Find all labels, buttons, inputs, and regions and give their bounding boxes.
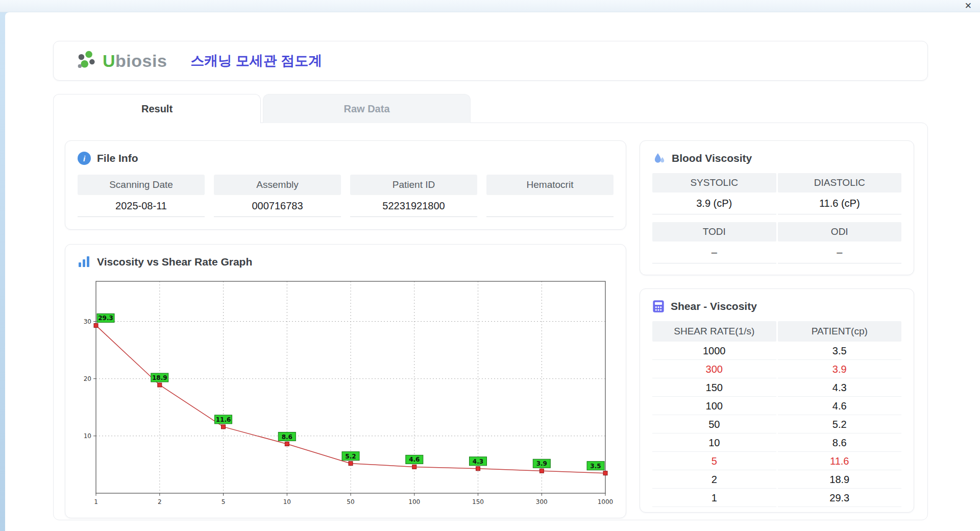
shear-rate-cell: 2 — [652, 470, 776, 489]
table-row: 1004.6 — [652, 397, 901, 415]
patient-cell: 18.9 — [778, 470, 902, 489]
shear-rate-cell: 1000 — [652, 342, 776, 360]
file-info-fields: Scanning Date 2025-08-11 Assembly 000716… — [78, 175, 614, 217]
svg-text:20: 20 — [84, 375, 91, 382]
svg-text:300: 300 — [536, 498, 548, 505]
shear-viscosity-title: Shear - Viscosity — [671, 300, 757, 312]
svg-text:1: 1 — [94, 498, 98, 505]
graph-title: Viscosity vs Shear Rate Graph — [97, 256, 252, 268]
shear-viscosity-header: Shear - Viscosity — [652, 299, 901, 313]
page-title: 스캐닝 모세관 점도계 — [190, 52, 322, 70]
svg-text:3.9: 3.9 — [536, 460, 547, 467]
shear-table-body: 10003.53003.91504.31004.6505.2108.6511.6… — [652, 342, 901, 507]
ubiosis-logo-icon — [76, 50, 100, 71]
todi-header: TODI — [652, 222, 776, 242]
svg-text:100: 100 — [408, 498, 420, 505]
window-titlebar: ✕ — [0, 0, 980, 12]
table-row: 511.6 — [652, 452, 901, 470]
field-hematocrit: Hematocrit — [486, 175, 614, 217]
diastolic-value: 11.6 (cP) — [778, 192, 902, 214]
table-row: 505.2 — [652, 415, 901, 433]
graph-card: Viscosity vs Shear Rate Graph 1020301251… — [65, 244, 626, 518]
file-info-header: i File Info — [78, 151, 614, 165]
svg-text:10: 10 — [283, 498, 291, 505]
svg-text:4.6: 4.6 — [409, 456, 420, 463]
shear-rate-cell: 10 — [652, 433, 776, 452]
ubiosis-logo: Ubiosis — [76, 50, 167, 71]
tab-raw-data[interactable]: Raw Data — [263, 94, 471, 123]
table-row: 10003.5 — [652, 342, 901, 360]
patient-cell: 3.9 — [778, 360, 902, 378]
shear-rate-cell: 300 — [652, 360, 776, 378]
file-info-card: i File Info Scanning Date 2025-08-11 Ass… — [65, 140, 626, 230]
blood-viscosity-bottom-grid: TODI ODI – – — [652, 222, 901, 263]
svg-text:150: 150 — [472, 498, 484, 505]
shear-rate-column-header: SHEAR RATE(1/s) — [652, 321, 776, 342]
field-value: 000716783 — [214, 195, 341, 217]
calculator-icon — [652, 300, 665, 313]
blood-viscosity-header: Blood Viscosity — [652, 151, 901, 165]
patient-cell: 4.6 — [778, 397, 902, 415]
graph-header: Viscosity vs Shear Rate Graph — [78, 255, 614, 269]
tab-raw-data-label: Raw Data — [344, 103, 389, 115]
svg-text:18.9: 18.9 — [152, 374, 167, 381]
app-header: Ubiosis 스캐닝 모세관 점도계 — [53, 41, 928, 81]
table-header-row: SHEAR RATE(1/s) PATIENT(cp) — [652, 321, 901, 342]
field-value: 52231921800 — [350, 195, 477, 217]
shear-rate-cell: 150 — [652, 378, 776, 397]
left-column: i File Info Scanning Date 2025-08-11 Ass… — [65, 140, 626, 506]
tab-result-label: Result — [141, 103, 173, 115]
patient-cell: 5.2 — [778, 415, 902, 433]
tab-result[interactable]: Result — [53, 94, 261, 123]
svg-text:5: 5 — [222, 498, 226, 505]
table-row: 1504.3 — [652, 378, 901, 397]
odi-value: – — [778, 242, 902, 263]
field-label: Scanning Date — [78, 175, 205, 195]
field-label: Hematocrit — [486, 175, 614, 195]
brand-letter-u: U — [103, 51, 115, 70]
shear-rate-cell: 1 — [652, 489, 776, 507]
diastolic-header: DIASTOLIC — [778, 173, 902, 192]
odi-header: ODI — [778, 222, 902, 242]
field-assembly: Assembly 000716783 — [214, 175, 341, 217]
svg-text:30: 30 — [84, 318, 91, 325]
viscosity-chart: 1020301251050100150300100029.318.911.68.… — [78, 275, 614, 508]
file-info-title: File Info — [97, 152, 138, 164]
blood-viscosity-title: Blood Viscosity — [672, 152, 752, 164]
field-value — [486, 195, 614, 217]
field-label: Assembly — [214, 175, 341, 195]
svg-text:3.5: 3.5 — [590, 463, 601, 470]
field-value: 2025-08-11 — [78, 195, 205, 217]
patient-column-header: PATIENT(cp) — [778, 321, 902, 342]
svg-text:11.6: 11.6 — [216, 416, 231, 423]
page: Ubiosis 스캐닝 모세관 점도계 Result Raw Data i Fi… — [5, 12, 980, 520]
shear-rate-cell: 5 — [652, 452, 776, 470]
right-column: Blood Viscosity SYSTOLIC DIASTOLIC 3.9 (… — [640, 140, 914, 506]
svg-text:1000: 1000 — [598, 498, 614, 505]
blood-viscosity-top-grid: SYSTOLIC DIASTOLIC 3.9 (cP) 11.6 (cP) — [652, 173, 901, 214]
patient-cell: 29.3 — [778, 489, 902, 507]
shear-rate-cell: 50 — [652, 415, 776, 433]
svg-text:8.6: 8.6 — [282, 433, 292, 441]
bar-chart-icon — [78, 255, 91, 269]
todi-value: – — [652, 242, 776, 263]
table-row: 218.9 — [652, 470, 901, 489]
table-row: 3003.9 — [652, 360, 901, 378]
app-window: Ubiosis 스캐닝 모세관 점도계 Result Raw Data i Fi… — [5, 12, 980, 531]
blood-viscosity-card: Blood Viscosity SYSTOLIC DIASTOLIC 3.9 (… — [640, 140, 914, 275]
svg-text:10: 10 — [84, 432, 91, 440]
patient-cell: 3.5 — [778, 342, 902, 360]
field-label: Patient ID — [350, 175, 477, 195]
close-button[interactable]: ✕ — [965, 1, 972, 12]
field-patient-id: Patient ID 52231921800 — [350, 175, 477, 217]
table-row: 108.6 — [652, 433, 901, 452]
systolic-header: SYSTOLIC — [652, 173, 776, 192]
patient-cell: 11.6 — [778, 452, 902, 470]
chart-area: 1020301251050100150300100029.318.911.68.… — [78, 275, 614, 508]
svg-text:50: 50 — [347, 498, 354, 505]
svg-text:2: 2 — [158, 498, 162, 505]
tab-bar: Result Raw Data — [53, 94, 928, 123]
shear-viscosity-card: Shear - Viscosity SHEAR RATE(1/s) PATIEN… — [640, 288, 914, 513]
info-icon: i — [78, 152, 91, 165]
svg-text:29.3: 29.3 — [98, 315, 113, 322]
